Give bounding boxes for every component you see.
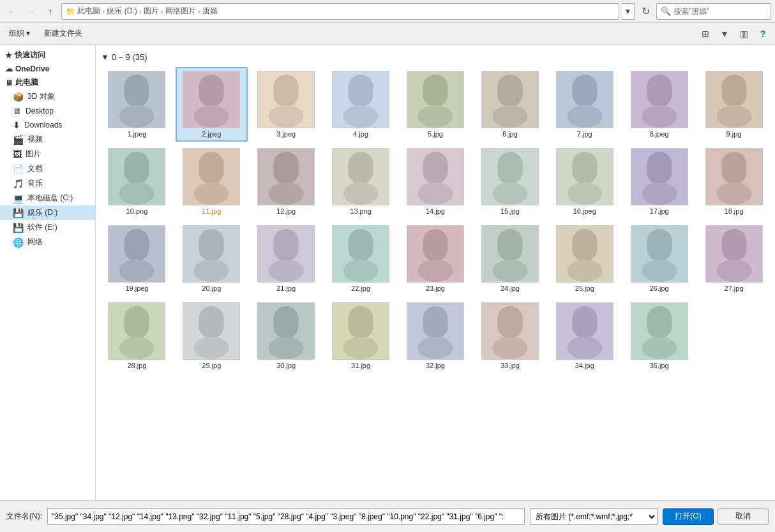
- file-name: 16.jpeg: [573, 207, 596, 215]
- view-dropdown-button[interactable]: ▼: [716, 26, 733, 41]
- svg-rect-34: [274, 152, 299, 184]
- sidebar-item-drive-e[interactable]: 💾软件 (E:): [0, 220, 95, 235]
- sidebar-item-desktop[interactable]: 🖥Desktop: [0, 104, 95, 118]
- svg-rect-79: [721, 229, 746, 262]
- svg-point-35: [269, 182, 304, 205]
- file-item[interactable]: 34.jpg: [548, 299, 621, 373]
- file-group-header[interactable]: ▼ 0 – 9 (35): [101, 50, 770, 67]
- svg-rect-49: [647, 152, 672, 184]
- new-folder-button[interactable]: 新建文件夹: [39, 26, 87, 41]
- file-item[interactable]: 28.jpg: [101, 299, 173, 373]
- file-item[interactable]: 16.jpeg: [548, 144, 621, 219]
- file-item[interactable]: 25.jpg: [548, 221, 621, 296]
- file-item[interactable]: 21.jpg: [250, 221, 322, 296]
- filetype-select[interactable]: 所有图片 (*.emf;*.wmf;*.jpg;*: [530, 508, 658, 525]
- view-medium-icons-button[interactable]: ⊞: [697, 26, 714, 41]
- svg-point-89: [269, 337, 304, 359]
- file-item[interactable]: 22.jpg: [325, 221, 397, 296]
- sidebar-thispc-header[interactable]: 🖥 此电脑: [0, 75, 95, 89]
- file-item[interactable]: 6.jpg: [474, 67, 546, 142]
- sidebar-onedrive-header[interactable]: ☁ OneDrive: [0, 62, 95, 75]
- file-item[interactable]: 35.jpg: [623, 299, 695, 373]
- sidebar: ★ 快速访问 ☁ OneDrive 🖥 此电脑 📦3D 对象🖥Desktop⬇D…: [0, 45, 96, 500]
- file-name: 27.jpg: [725, 284, 744, 292]
- forward-button[interactable]: →: [23, 3, 40, 20]
- group-collapse-icon: ▼: [101, 52, 109, 62]
- help-button[interactable]: ?: [755, 26, 771, 41]
- file-thumbnail: [481, 302, 539, 360]
- back-button[interactable]: ←: [4, 3, 20, 20]
- file-item[interactable]: 11.jpg: [176, 144, 248, 219]
- file-item[interactable]: 20.jpg: [176, 221, 248, 296]
- file-thumbnail: [257, 225, 315, 283]
- file-item[interactable]: 7.jpg: [548, 67, 621, 142]
- file-thumbnail: [332, 225, 389, 283]
- file-name: 35.jpg: [650, 362, 669, 369]
- file-item[interactable]: 19.jpeg: [101, 221, 173, 296]
- sidebar-item-network[interactable]: 🌐网络: [0, 235, 95, 249]
- file-item[interactable]: 27.jpg: [698, 221, 770, 296]
- star-icon: ★: [5, 51, 12, 60]
- organize-button[interactable]: 组织 ▾: [4, 26, 35, 41]
- sidebar-item-drive-d[interactable]: 💾娱乐 (D:): [0, 205, 95, 220]
- address-path[interactable]: 📁 此电脑 › 娱乐 (D:) › 图片 › 网络图片 › 唐嫣: [61, 3, 619, 20]
- file-thumbnail: [332, 302, 389, 360]
- svg-rect-67: [423, 229, 448, 262]
- file-item[interactable]: 18.jpg: [698, 144, 770, 219]
- up-button[interactable]: ↑: [42, 3, 59, 20]
- file-item[interactable]: 26.jpg: [623, 221, 695, 296]
- file-item[interactable]: 31.jpg: [325, 299, 397, 373]
- svg-rect-73: [572, 229, 597, 262]
- sidebar-item-label: 视频: [27, 134, 43, 145]
- file-item[interactable]: 32.jpg: [400, 299, 472, 373]
- file-name: 33.jpg: [500, 362, 520, 369]
- view-split-button[interactable]: ▥: [735, 26, 752, 41]
- address-dropdown-button[interactable]: ▼: [622, 3, 635, 20]
- sidebar-item-music[interactable]: 🎵音乐: [0, 176, 95, 191]
- file-thumbnail: [481, 71, 539, 128]
- file-item[interactable]: 24.jpg: [474, 221, 546, 296]
- svg-rect-94: [423, 306, 448, 339]
- sidebar-item-downloads[interactable]: ⬇Downloads: [0, 118, 95, 132]
- sidebar-quick-access-header[interactable]: ★ 快速访问: [0, 47, 95, 62]
- sidebar-item-local-c[interactable]: 💻本地磁盘 (C:): [0, 191, 95, 205]
- file-item[interactable]: 9.jpg: [698, 67, 770, 142]
- file-item[interactable]: 12.jpg: [250, 144, 322, 219]
- file-name: 26.jpg: [650, 284, 669, 292]
- refresh-button[interactable]: ↻: [637, 3, 654, 20]
- filename-input[interactable]: [47, 508, 525, 525]
- file-item[interactable]: 29.jpg: [176, 299, 248, 373]
- open-button[interactable]: 打开(O): [663, 508, 714, 525]
- 3d-objects-icon: 📦: [13, 92, 24, 102]
- file-item[interactable]: 8.jpeg: [623, 67, 695, 142]
- videos-icon: 🎬: [13, 135, 24, 145]
- sidebar-item-label: 网络: [27, 237, 43, 248]
- file-item[interactable]: 2.jpeg: [176, 67, 248, 142]
- svg-rect-82: [124, 306, 149, 339]
- file-name: 21.jpg: [276, 284, 296, 292]
- file-item[interactable]: 14.jpg: [400, 144, 472, 219]
- file-item[interactable]: 23.jpg: [400, 221, 472, 296]
- file-name: 17.jpg: [650, 207, 669, 215]
- file-item[interactable]: 1.jpeg: [101, 67, 173, 142]
- file-item[interactable]: 17.jpg: [623, 144, 695, 219]
- sidebar-item-3d-objects[interactable]: 📦3D 对象: [0, 89, 95, 104]
- sidebar-item-pictures[interactable]: 🖼图片: [0, 147, 95, 161]
- drive-d-icon: 💾: [13, 208, 24, 218]
- file-item[interactable]: 30.jpg: [250, 299, 322, 373]
- file-item[interactable]: 15.jpg: [474, 144, 546, 219]
- sidebar-item-documents[interactable]: 📄文档: [0, 161, 95, 176]
- file-name: 7.jpg: [577, 130, 592, 138]
- file-item[interactable]: 10.png: [101, 144, 173, 219]
- file-item[interactable]: 3.jpeg: [250, 67, 322, 142]
- sidebar-item-videos[interactable]: 🎬视频: [0, 132, 95, 147]
- music-icon: 🎵: [13, 179, 24, 189]
- file-thumbnail: [556, 148, 613, 205]
- file-item[interactable]: 13.png: [325, 144, 397, 219]
- file-item[interactable]: 5.jpg: [400, 67, 472, 142]
- search-input[interactable]: [673, 7, 769, 16]
- documents-icon: 📄: [13, 164, 24, 174]
- cancel-button[interactable]: 取消: [718, 508, 769, 525]
- file-item[interactable]: 4.jpg: [325, 67, 397, 142]
- file-item[interactable]: 33.jpg: [474, 299, 546, 373]
